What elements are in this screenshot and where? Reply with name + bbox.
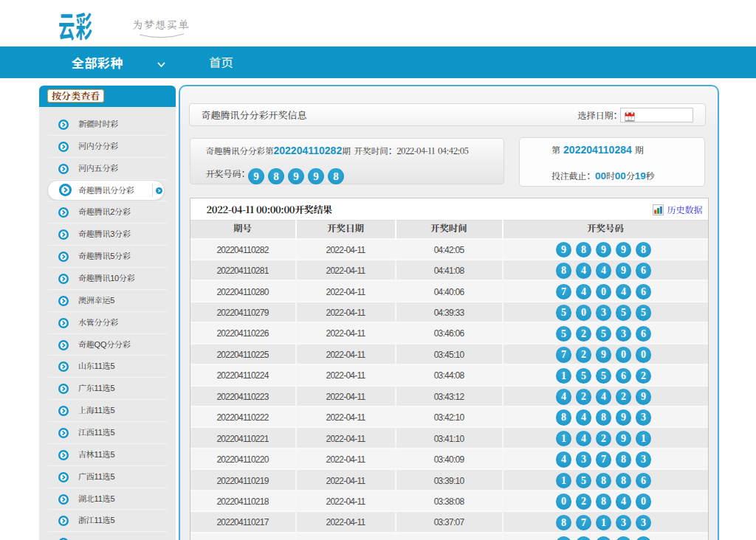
svg-text:17: 17	[627, 115, 633, 120]
